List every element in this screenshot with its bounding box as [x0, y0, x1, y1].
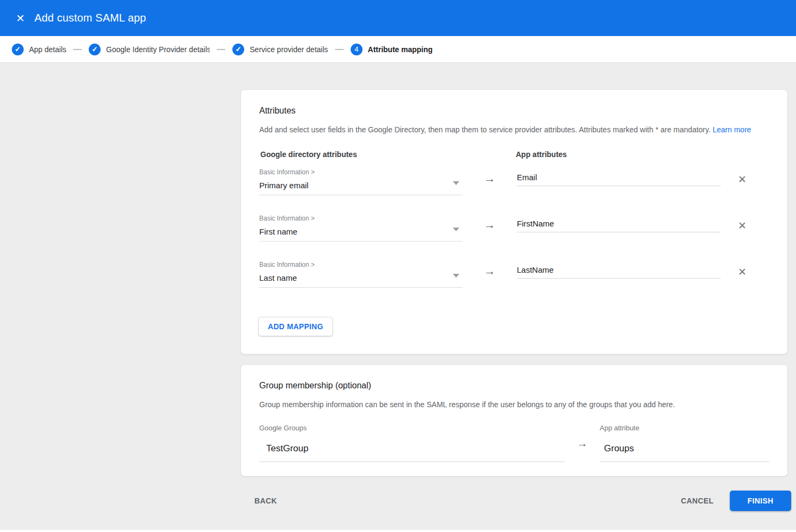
- attribute-category-label: Basic Information >: [259, 261, 463, 268]
- google-groups-label: Google Groups: [259, 424, 565, 432]
- arrow-right-icon: →: [484, 265, 495, 305]
- app-attribute-input-wrap: [517, 212, 721, 259]
- add-mapping-button[interactable]: ADD MAPPING: [258, 317, 333, 336]
- step-label: Google Identity Provider details: [106, 45, 210, 54]
- cancel-button[interactable]: CANCEL: [679, 491, 716, 510]
- group-mapping-row: Google Groups TestGroup → App attribute …: [259, 424, 769, 462]
- field-underline: [259, 287, 463, 288]
- back-button[interactable]: BACK: [252, 491, 279, 510]
- step-number-icon: 4: [351, 44, 363, 55]
- page-title: Add custom SAML app: [34, 12, 146, 24]
- app-attribute-input-wrap: [517, 259, 721, 305]
- attribute-category-label: Basic Information >: [259, 215, 463, 222]
- mapping-row: Basic Information > Last name → ✕: [259, 259, 769, 305]
- arrow-cell: →: [463, 259, 517, 305]
- app-attributes-header: App attributes: [516, 150, 567, 159]
- app-attribute-value[interactable]: Groups: [600, 443, 769, 454]
- field-underline: [600, 462, 769, 462]
- wizard-stepper: ✓ App details ✓ Google Identity Provider…: [0, 36, 796, 63]
- step-label: Attribute mapping: [368, 45, 433, 54]
- field-underline: [259, 241, 463, 242]
- step-complete-icon: ✓: [89, 44, 101, 55]
- group-card-description: Group membership information can be sent…: [259, 399, 769, 410]
- app-attribute-input-wrap: [517, 166, 721, 212]
- mapping-row: Basic Information > First name → ✕: [259, 212, 769, 259]
- attributes-card: Attributes Add and select user fields in…: [240, 89, 788, 354]
- step-connector: [217, 49, 225, 50]
- remove-mapping-icon[interactable]: ✕: [735, 172, 750, 187]
- arrow-cell: →: [463, 166, 517, 212]
- learn-more-link[interactable]: Learn more: [713, 125, 751, 134]
- remove-mapping-icon[interactable]: ✕: [735, 218, 750, 233]
- step-attribute-mapping[interactable]: 4 Attribute mapping: [351, 44, 433, 55]
- dropdown-arrow-icon: [453, 274, 459, 278]
- directory-attribute-value: Primary email: [259, 181, 463, 190]
- directory-attribute-select[interactable]: Basic Information > Last name: [259, 259, 463, 305]
- remove-mapping-icon[interactable]: ✕: [735, 264, 750, 279]
- arrow-right-icon: →: [577, 438, 588, 462]
- step-google-idp-details[interactable]: ✓ Google Identity Provider details: [89, 44, 210, 55]
- step-service-provider-details[interactable]: ✓ Service provider details: [232, 44, 328, 55]
- dropdown-arrow-icon: [453, 181, 459, 185]
- finish-button[interactable]: FINISH: [730, 491, 791, 511]
- dropdown-arrow-icon: [453, 228, 459, 231]
- mapping-rows: Basic Information > Primary email → ✕ Ba…: [259, 166, 769, 305]
- wizard-footer: BACK CANCEL FINISH: [240, 491, 791, 511]
- app-attribute-input[interactable]: [517, 172, 721, 186]
- field-underline: [259, 462, 565, 462]
- directory-attribute-select[interactable]: Basic Information > Primary email: [259, 166, 463, 212]
- group-membership-card: Group membership (optional) Group member…: [240, 364, 788, 477]
- description-text: Add and select user fields in the Google…: [259, 125, 710, 134]
- group-card-title: Group membership (optional): [259, 381, 769, 391]
- directory-attribute-value: First name: [259, 227, 463, 237]
- app-attribute-label: App attribute: [600, 424, 769, 432]
- step-connector: [335, 49, 344, 50]
- mapping-row: Basic Information > Primary email → ✕: [259, 166, 769, 212]
- arrow-right-icon: →: [484, 173, 495, 212]
- remove-cell: ✕: [721, 166, 752, 212]
- field-underline: [259, 195, 463, 195]
- google-directory-attributes-header: Google directory attributes: [259, 150, 516, 159]
- app-attribute-field[interactable]: App attribute Groups: [600, 424, 769, 462]
- step-label: App details: [29, 45, 66, 54]
- step-complete-icon: ✓: [232, 44, 244, 55]
- step-connector: [73, 49, 82, 50]
- app-bar: ✕ Add custom SAML app: [0, 0, 796, 36]
- step-label: Service provider details: [250, 45, 328, 54]
- arrow-cell: →: [463, 212, 517, 259]
- remove-cell: ✕: [721, 212, 752, 259]
- attributes-card-description: Add and select user fields in the Google…: [259, 124, 769, 135]
- bottom-strip: [0, 530, 796, 532]
- remove-cell: ✕: [721, 259, 752, 305]
- app-attribute-input[interactable]: [517, 218, 721, 232]
- close-icon[interactable]: ✕: [11, 9, 30, 28]
- attribute-category-label: Basic Information >: [259, 168, 463, 176]
- arrow-right-icon: →: [484, 219, 495, 259]
- attributes-card-title: Attributes: [259, 106, 769, 116]
- app-attribute-input[interactable]: [517, 264, 721, 279]
- directory-attribute-value: Last name: [259, 273, 463, 283]
- google-groups-value[interactable]: TestGroup: [259, 443, 565, 454]
- mapping-column-headers: Google directory attributes App attribut…: [259, 150, 769, 159]
- google-groups-field[interactable]: Google Groups TestGroup: [259, 424, 565, 462]
- arrow-cell: →: [565, 424, 600, 462]
- content-area: Attributes Add and select user fields in…: [0, 63, 796, 530]
- directory-attribute-select[interactable]: Basic Information > First name: [259, 212, 463, 259]
- step-app-details[interactable]: ✓ App details: [12, 44, 66, 55]
- step-complete-icon: ✓: [12, 44, 24, 55]
